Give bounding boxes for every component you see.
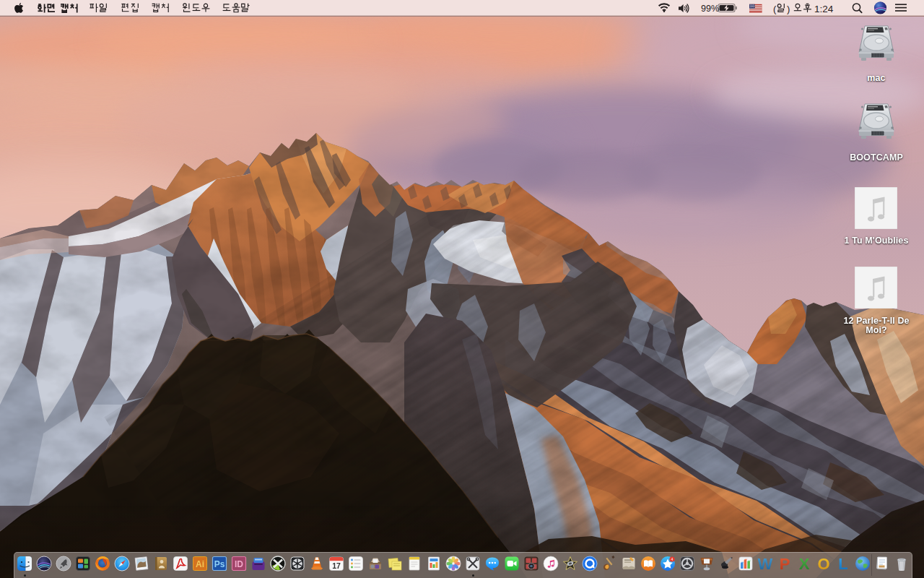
svg-text:99%: 99%: [701, 4, 719, 14]
svg-text:X: X: [799, 556, 810, 571]
svg-text:ID: ID: [235, 559, 243, 569]
svg-text:W: W: [758, 556, 773, 571]
svg-text:4: 4: [671, 557, 674, 561]
svg-text:): ): [787, 4, 790, 14]
svg-text:L: L: [838, 556, 847, 571]
svg-text:17: 17: [332, 561, 341, 570]
svg-text:(: (: [773, 4, 777, 14]
svg-text:Ai: Ai: [196, 559, 204, 569]
svg-text:O: O: [817, 556, 829, 571]
svg-text:1:24: 1:24: [814, 4, 834, 14]
svg-text:P: P: [780, 556, 790, 571]
svg-text:Ps: Ps: [214, 559, 225, 569]
